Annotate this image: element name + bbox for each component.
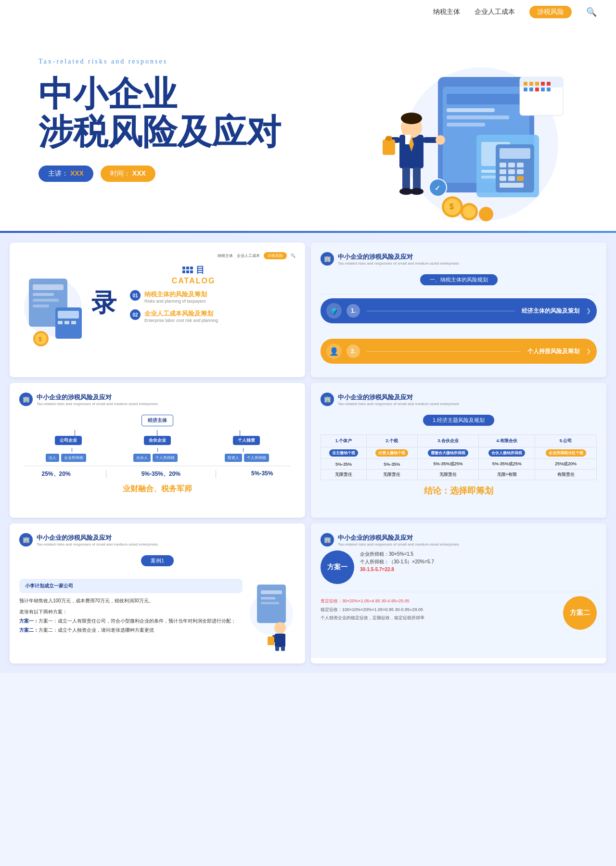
catalog-label: CATALOG <box>172 277 216 285</box>
scheme1-result: 30-1.5-5.7=22.8 <box>360 566 597 573</box>
svg-rect-12 <box>500 148 530 159</box>
svg-rect-6 <box>447 123 485 127</box>
catalog-center: 目 CATALOG <box>91 264 295 285</box>
slide4-header: 🏢 中小企业的涉税风险及应对 Tax-related risks and res… <box>321 393 597 406</box>
svg-rect-64 <box>58 311 79 318</box>
svg-rect-3 <box>447 94 524 104</box>
slide5-header-icon: 🏢 <box>19 533 33 547</box>
catalog-item2-sub: Enterprise labor cost risk and planning <box>144 318 218 323</box>
slide-risk-table: 🏢 中小企业的涉税风险及应对 Tax-related risks and res… <box>311 383 606 518</box>
svg-rect-79 <box>281 635 285 642</box>
svg-rect-20 <box>508 176 515 181</box>
mini-nav-item2: 企业人工成本 <box>237 253 260 258</box>
org-row-top: 公司企业 合伙企业 个人独资 <box>24 436 291 445</box>
scheme2-calc2: 核定征收：100×10%×20%×1.05×0.95 30-0.95=29.05 <box>321 607 557 613</box>
svg-point-45 <box>401 113 422 124</box>
sub-node-legal: 法人 <box>46 454 59 462</box>
risk-num-2: 2. <box>346 344 360 358</box>
table-row-pct: 5%-35% 5%-35% 5%-35%或25% 5%-35%或25% 25%或… <box>321 459 597 470</box>
slide2-header: 🏢 中小企业的涉税风险及应对 Tax-related risks and res… <box>321 252 597 266</box>
col-header-4: 4.有限合伙 <box>479 435 535 447</box>
org-node-partnership: 合伙企业 <box>144 436 171 445</box>
case-option1: 方案一：方案一：成立一人有限责任公司，符合小型微利企业的条件，预计当年对利润全部… <box>19 617 243 624</box>
hero-illustration: $ ✓ <box>327 48 578 231</box>
org-subnodes: 法人 企业所得税 合伙人 个人所得税 投资人 个人所得税 <box>24 454 291 462</box>
svg-rect-61 <box>33 299 59 302</box>
cell-liab-5: 有限责任 <box>535 470 597 480</box>
svg-rect-33 <box>541 88 545 91</box>
slide-org-chart: 🏢 中小企业的涉税风险及应对 Tax-related risks and res… <box>10 383 305 518</box>
sub-node-partner-tax: 个人所得税 <box>153 454 178 462</box>
mini-search-icon: 🔍 <box>291 254 295 258</box>
catalog-item1-sub: Risks and planning of taxpayers <box>144 299 207 304</box>
scheme2-note: 个人独资企业的核定征收，定额征收，核定征税所得率 <box>321 615 557 622</box>
slide3-subtitle: Tax-related risks and responses of small… <box>37 402 158 406</box>
risk-table: 1.个体户 2.个税 3.合伙企业 4.有限合伙 5.公司 业主缴纳个税 出资人… <box>321 434 597 480</box>
scheme2-circle: 方案二 <box>563 596 597 630</box>
svg-rect-4 <box>447 108 495 112</box>
catalog-item1-main: 纳税主体的风险及筹划 <box>144 290 207 299</box>
scheme2-calc1: 查定征收：30×20%×1.05=4.95 30-4.95=25.05 <box>321 598 557 605</box>
svg-rect-82 <box>268 637 274 645</box>
svg-point-39 <box>463 205 475 218</box>
slide4-section: 1.经济主题风险及规划 <box>321 411 597 430</box>
search-icon[interactable]: 🔍 <box>586 7 597 17</box>
svg-rect-15 <box>517 163 524 167</box>
svg-rect-31 <box>529 88 533 91</box>
svg-point-76 <box>274 622 286 634</box>
presenter-badge: 主讲： XXX <box>38 166 93 182</box>
scheme2-row: 查定征收：30×20%×1.05=4.95 30-4.95=25.05 核定征收… <box>321 596 597 630</box>
col-header-2: 2.个税 <box>366 435 417 447</box>
slide6-subtitle: Tax-related risks and responses of small… <box>338 542 459 547</box>
catalog-item2-main: 企业人工成本风险及筹划 <box>144 309 218 318</box>
nav-item-labor-cost[interactable]: 企业人工成本 <box>475 8 515 16</box>
cell-pct-4: 5%-35%或25% <box>479 459 535 470</box>
org-stats: 25%、20% 5%-35%、20% 5%-35% <box>24 466 291 478</box>
org-node-economic: 经济主体 <box>141 415 173 426</box>
slide1-mini-nav: 纳税主体 企业人工成本 涉税风险 🔍 <box>19 252 295 259</box>
nav-item-tax-risk[interactable]: 涉税风险 <box>529 6 572 18</box>
risk-icon-2: 👤 <box>326 344 342 359</box>
hero-section: Tax-related risks and responses 中小企业涉税风险… <box>0 24 616 231</box>
svg-rect-59 <box>33 284 64 290</box>
org-node-sole: 个人独资 <box>233 436 260 445</box>
top-navigation: 纳税主体 企业人工成本 涉税风险 🔍 <box>0 0 616 24</box>
hero-badges: 主讲： XXX 时间： XXX <box>38 166 327 182</box>
cell-pct-5: 25%或20% <box>535 459 597 470</box>
org-node-company: 公司企业 <box>55 436 82 445</box>
table-row-tags: 业主缴纳个税 出资人缴纳个税 需缴合大缴纳所得税 合伙人缴纳所得税 企业所得税分… <box>321 447 597 459</box>
sub-node-corp-tax: 企业所得税 <box>61 454 86 462</box>
slide-risk-list: 🏢 中小企业的涉税风险及应对 Tax-related risks and res… <box>311 242 606 377</box>
svg-rect-32 <box>535 88 539 91</box>
svg-text:$: $ <box>38 336 42 343</box>
cell-pct-2: 5%-35% <box>366 459 417 470</box>
svg-rect-25 <box>524 82 527 86</box>
svg-rect-27 <box>535 82 539 86</box>
catalog-lu: 录 <box>91 290 116 315</box>
hero-content-left: Tax-related risks and responses 中小企业涉税风险… <box>38 48 327 182</box>
risk-num-1: 1. <box>346 304 360 318</box>
svg-rect-28 <box>541 82 545 86</box>
time-badge: 时间： XXX <box>101 166 155 182</box>
svg-rect-62 <box>33 305 49 307</box>
case5-illustration <box>247 575 295 654</box>
sub-node-partner: 合伙人 <box>133 454 151 462</box>
catalog-item-2: 02 企业人工成本风险及筹划 Enterprise labor cost ris… <box>130 309 218 323</box>
cell-pct-1: 5%-35% <box>321 459 367 470</box>
risk-item-1: 🧳 1. 经济主体的风险及策划 ❯ <box>321 298 597 323</box>
slide4-conclusion: 结论：选择即筹划 <box>321 485 597 497</box>
svg-rect-80 <box>275 646 279 651</box>
slides-grid: 纳税主体 企业人工成本 涉税风险 🔍 <box>0 233 616 673</box>
org-chart: 经济主体 公司企业 合伙企业 个人独 <box>19 410 295 499</box>
svg-rect-75 <box>261 602 279 604</box>
org-conclusion: 业财融合、税务军师 <box>24 484 291 494</box>
slide5-subtitle: Tax-related risks and responses of small… <box>37 542 158 547</box>
svg-rect-21 <box>517 176 524 181</box>
svg-rect-5 <box>447 115 509 119</box>
slide6-title: 中小企业的涉税风险及应对 <box>338 534 459 542</box>
scheme1-row: 方案一 企业所得税：30×5%=1.5 个人所得税：（30-1.5）×20%=5… <box>321 550 597 584</box>
nav-item-taxpayer[interactable]: 纳税主体 <box>433 8 460 16</box>
cell-liab-3: 无限责任 <box>417 470 479 480</box>
catalog-num-2: 02 <box>130 309 141 320</box>
catalog-items: 01 纳税主体的风险及筹划 Risks and planning of taxp… <box>130 290 218 329</box>
